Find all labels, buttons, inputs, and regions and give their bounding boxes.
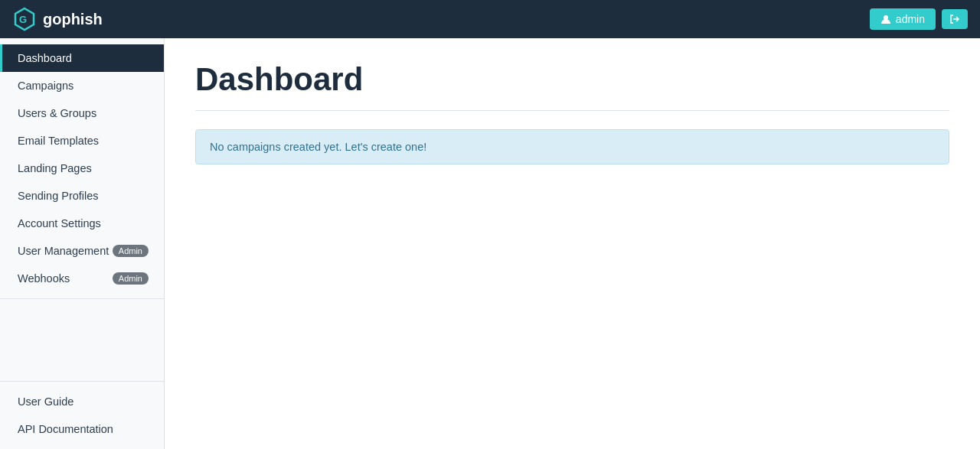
sidebar-item-label-account-settings: Account Settings bbox=[18, 217, 101, 229]
sidebar-item-user-guide[interactable]: User Guide bbox=[0, 388, 164, 415]
page-divider bbox=[195, 110, 949, 111]
navbar: G gophish admin bbox=[0, 0, 980, 38]
sidebar-item-sending-profiles[interactable]: Sending Profiles bbox=[0, 182, 164, 210]
sidebar-divider bbox=[0, 298, 164, 299]
sidebar-item-label-campaigns: Campaigns bbox=[18, 80, 74, 92]
sidebar-item-dashboard[interactable]: Dashboard bbox=[0, 44, 164, 72]
brand-logo[interactable]: G gophish bbox=[12, 7, 103, 31]
sidebar: DashboardCampaignsUsers & GroupsEmail Te… bbox=[0, 38, 165, 449]
empty-campaigns-message: No campaigns created yet. Let's create o… bbox=[210, 141, 426, 153]
sidebar-item-label-api-documentation: API Documentation bbox=[18, 423, 113, 435]
sidebar-item-landing-pages[interactable]: Landing Pages bbox=[0, 155, 164, 182]
logout-button[interactable] bbox=[942, 9, 968, 29]
sidebar-item-label-landing-pages: Landing Pages bbox=[18, 162, 92, 174]
app-layout: DashboardCampaignsUsers & GroupsEmail Te… bbox=[0, 38, 980, 449]
sidebar-item-label-sending-profiles: Sending Profiles bbox=[18, 190, 99, 202]
sidebar-item-webhooks[interactable]: WebhooksAdmin bbox=[0, 265, 164, 292]
sidebar-item-users-groups[interactable]: Users & Groups bbox=[0, 99, 164, 127]
sidebar-bottom: User GuideAPI Documentation bbox=[0, 381, 164, 449]
gophish-logo-icon: G bbox=[12, 7, 37, 31]
navbar-right: admin bbox=[870, 8, 968, 30]
svg-text:G: G bbox=[19, 14, 27, 25]
page-title: Dashboard bbox=[195, 61, 949, 98]
sidebar-item-label-user-guide: User Guide bbox=[18, 395, 74, 408]
sidebar-item-api-documentation[interactable]: API Documentation bbox=[0, 415, 164, 443]
sidebar-nav: DashboardCampaignsUsers & GroupsEmail Te… bbox=[0, 38, 164, 381]
empty-campaigns-alert: No campaigns created yet. Let's create o… bbox=[195, 129, 949, 164]
sidebar-badge-user-management: Admin bbox=[113, 245, 149, 257]
sidebar-item-campaigns[interactable]: Campaigns bbox=[0, 72, 164, 99]
sidebar-item-label-email-templates: Email Templates bbox=[18, 135, 99, 147]
sidebar-item-label-webhooks: Webhooks bbox=[18, 272, 70, 285]
sidebar-item-account-settings[interactable]: Account Settings bbox=[0, 210, 164, 237]
sidebar-item-label-dashboard: Dashboard bbox=[18, 52, 72, 64]
sidebar-badge-webhooks: Admin bbox=[113, 272, 149, 285]
main-content: Dashboard No campaigns created yet. Let'… bbox=[165, 38, 980, 449]
brand-name: gophish bbox=[43, 11, 103, 28]
sidebar-item-label-user-management: User Management bbox=[18, 245, 109, 257]
sign-out-icon bbox=[949, 14, 960, 24]
admin-button[interactable]: admin bbox=[870, 8, 936, 30]
sidebar-item-label-users-groups: Users & Groups bbox=[18, 107, 96, 119]
admin-label: admin bbox=[896, 13, 925, 25]
user-icon bbox=[880, 14, 891, 24]
sidebar-item-user-management[interactable]: User ManagementAdmin bbox=[0, 237, 164, 265]
sidebar-item-email-templates[interactable]: Email Templates bbox=[0, 127, 164, 155]
